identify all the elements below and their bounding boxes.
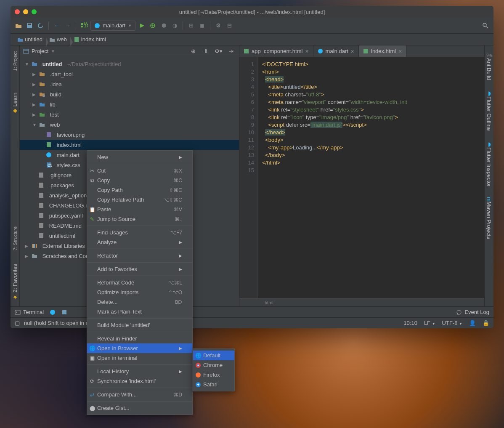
tree-folder[interactable]: ▶ build xyxy=(20,89,239,99)
svg-rect-9 xyxy=(74,37,79,42)
dart-icon[interactable] xyxy=(50,309,56,315)
search-icon[interactable] xyxy=(481,21,490,30)
menu-paste[interactable]: 📋Paste⌘V xyxy=(87,205,192,214)
stop-icon[interactable]: ◼ xyxy=(197,21,207,30)
menu-reveal-finder[interactable]: Reveal in Finder xyxy=(87,334,192,343)
code-content[interactable]: <!DOCTYPE html> <html> <head> <title>unt… xyxy=(258,57,484,298)
lock-icon[interactable]: 🔒 xyxy=(483,320,489,326)
event-log[interactable]: Event Log xyxy=(456,309,489,315)
tab-favorites[interactable]: ★2: Favorites xyxy=(11,261,19,303)
svg-rect-22 xyxy=(39,223,43,228)
crumb-web[interactable]: web xyxy=(46,36,70,43)
profile-icon[interactable]: ◑ xyxy=(170,21,179,30)
svg-point-35 xyxy=(198,364,199,366)
settings-icon[interactable]: ⚙ xyxy=(214,21,223,30)
diff-icon: ⇄ xyxy=(89,391,95,398)
sync-icon[interactable] xyxy=(36,21,45,30)
menu-favorites[interactable]: Add to Favorites▶ xyxy=(87,264,192,274)
debug-icon[interactable] xyxy=(148,21,157,30)
tree-folder-web[interactable]: ▼ web xyxy=(20,120,239,130)
crumb-root[interactable]: untitled xyxy=(14,36,46,43)
menu-browser-default[interactable]: 🌐Default xyxy=(193,351,234,360)
menu-analyze[interactable]: Analyze▶ xyxy=(87,237,192,247)
menu-delete[interactable]: Delete...⌦ xyxy=(87,297,192,307)
tree-file-selected[interactable]: index.html xyxy=(20,140,239,150)
menu-copy-path[interactable]: Copy Path⇧⌘C xyxy=(87,185,192,195)
menu-plain-text[interactable]: Mark as Plain Text xyxy=(87,307,192,316)
menu-browser-chrome[interactable]: Chrome xyxy=(193,360,234,370)
gear-icon[interactable]: ⚙▾ xyxy=(214,47,223,56)
tab-maven[interactable]: mMaven Projects xyxy=(485,194,493,242)
coverage-icon[interactable]: ⬢ xyxy=(159,21,168,30)
fwd-icon[interactable]: → xyxy=(63,21,72,30)
build-icon[interactable]: 0110 xyxy=(80,21,89,30)
tab-app-component[interactable]: app_component.html× xyxy=(239,45,313,57)
window-title: untitled [~/Data/Project/untitled] - ...… xyxy=(11,9,493,15)
menu-compare[interactable]: ⇄Compare With...⌘D xyxy=(87,390,192,399)
tab-flutter-inspector[interactable]: ◗Flutter Inspector xyxy=(485,138,493,189)
tree-folder[interactable]: ▶ test xyxy=(20,109,239,120)
project-errors-icon[interactable] xyxy=(61,309,67,315)
svg-rect-32 xyxy=(62,310,66,314)
code-editor[interactable]: 123456789101112131415 <!DOCTYPE html> <h… xyxy=(239,57,484,298)
close-icon[interactable]: × xyxy=(351,48,354,55)
menu-cut[interactable]: ✂Cut⌘X xyxy=(87,166,192,175)
hide-icon[interactable]: ⇥ xyxy=(226,47,236,56)
locate-icon[interactable]: ⊕ xyxy=(188,47,198,56)
back-icon[interactable]: ← xyxy=(52,21,61,30)
tree-file[interactable]: favicon.png xyxy=(20,130,239,140)
tree-folder[interactable]: ▶ lib xyxy=(20,99,239,109)
save-icon[interactable] xyxy=(25,21,34,30)
inspection-icon[interactable]: 👤 xyxy=(469,320,476,326)
menu-new[interactable]: New▶ xyxy=(87,152,192,162)
bottom-toolbar: Terminal Event Log xyxy=(11,306,493,317)
menu-refactor[interactable]: Refactor▶ xyxy=(87,251,192,261)
tab-terminal[interactable]: Terminal xyxy=(15,309,44,315)
tree-root[interactable]: ▼ untitled ~/Data/Project/untitled xyxy=(20,59,239,69)
tree-folder[interactable]: ▶ ​.dart_tool xyxy=(20,69,239,79)
line-separator[interactable]: LF ▼ xyxy=(424,320,435,326)
menu-create-gist[interactable]: ⬤Create Gist... xyxy=(87,403,192,413)
menu-open-terminal[interactable]: ▣Open in terminal xyxy=(87,353,192,363)
tab-structure[interactable]: 7: Structure xyxy=(12,224,19,253)
menu-find-usages[interactable]: Find Usages⌥F7 xyxy=(87,228,192,237)
svg-point-11 xyxy=(42,95,45,97)
tab-index-html[interactable]: index.html× xyxy=(359,45,406,57)
close-icon[interactable]: × xyxy=(305,48,308,55)
open-icon[interactable] xyxy=(14,21,23,30)
tab-project[interactable]: 1: Project xyxy=(12,49,19,73)
run-icon[interactable] xyxy=(137,21,146,30)
menu-copy[interactable]: ⧉Copy⌘C xyxy=(87,175,192,185)
close-icon[interactable]: × xyxy=(398,48,402,55)
editor-breadcrumb[interactable]: html xyxy=(239,298,484,306)
menu-open-browser[interactable]: 🌐Open in Browser▶ xyxy=(87,343,192,353)
status-icon[interactable]: ▢ xyxy=(15,320,20,326)
menu-build-module[interactable]: Build Module 'untitled' xyxy=(87,320,192,330)
svg-rect-17 xyxy=(39,173,43,178)
chevron-down-icon[interactable]: ▼ xyxy=(51,49,55,53)
menu-synchronize[interactable]: ⟳Synchronize 'index.html' xyxy=(87,376,192,386)
menu-reformat[interactable]: Reformat Code⌥⌘L xyxy=(87,278,192,287)
encoding[interactable]: UTF-8 ▼ xyxy=(442,320,462,326)
structure-icon[interactable]: ⊟ xyxy=(225,21,234,30)
zoom-window[interactable] xyxy=(32,9,37,14)
menu-copy-rel[interactable]: Copy Relative Path⌥⇧⌘C xyxy=(87,195,192,205)
minimize-window[interactable] xyxy=(23,9,28,14)
menu-browser-safari[interactable]: Safari xyxy=(193,380,234,389)
tree-folder[interactable]: ▶ .idea xyxy=(20,79,239,89)
jump-icon: ✎ xyxy=(89,216,95,223)
collapse-icon[interactable]: ⇕ xyxy=(201,47,210,56)
close-window[interactable] xyxy=(15,9,20,14)
tab-learn[interactable]: ◆Learn xyxy=(11,90,19,117)
run-config-dropdown[interactable]: main.dart ▼ xyxy=(90,21,135,31)
tab-flutter-outline[interactable]: ◗Flutter Outline xyxy=(485,88,493,133)
tab-ant[interactable]: 🐜Ant Build xyxy=(485,49,493,82)
menu-browser-firefox[interactable]: Firefox xyxy=(193,370,234,380)
cursor-position[interactable]: 10:10 xyxy=(403,320,417,326)
menu-local-history[interactable]: Local History▶ xyxy=(87,367,192,376)
tab-main-dart[interactable]: main.dart× xyxy=(313,45,359,57)
attach-icon[interactable]: ⊞ xyxy=(186,21,196,30)
menu-optimize[interactable]: Optimize Imports⌃⌥O xyxy=(87,287,192,297)
menu-jump[interactable]: ✎Jump to Source⌘↓ xyxy=(87,214,192,224)
crumb-file[interactable]: index.html xyxy=(70,36,109,43)
